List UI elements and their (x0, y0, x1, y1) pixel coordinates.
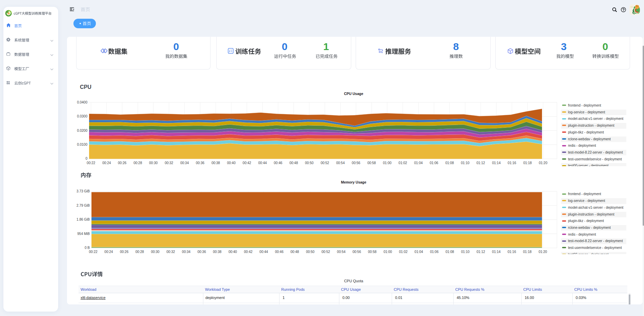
svg-text:HI: HI (631, 6, 633, 8)
